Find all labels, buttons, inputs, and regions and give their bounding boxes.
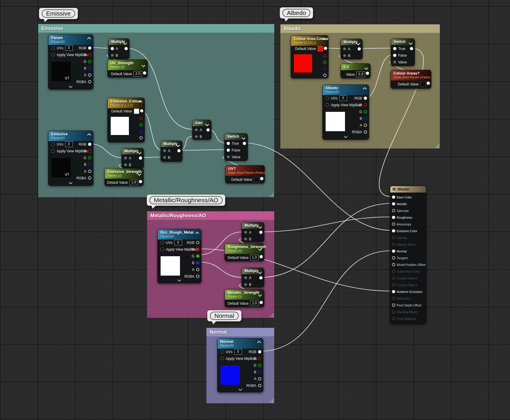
chevron-down-icon[interactable] [409,41,412,45]
value-field[interactable]: 2.0 [134,71,142,77]
a-output-pin[interactable] [364,124,367,127]
chevron-down-icon[interactable] [365,66,368,70]
node-header[interactable]: Colour Areas?Static Bool Param (False) [391,70,431,80]
material-input-pin[interactable] [392,195,395,199]
expand-node-icon[interactable] [178,278,181,282]
uvs-value-field[interactable]: 0 [174,240,182,245]
false-input-pin[interactable] [393,54,396,57]
chevron-down-icon[interactable] [124,41,127,45]
b-input-pin[interactable] [244,237,247,241]
node-uv[interactable]: UV?Static Bool Param (False)Default Valu… [225,165,265,183]
node-header[interactable]: NormalParam2D [218,338,263,349]
node-add[interactable]: AddAB [192,120,211,140]
r-output-pin[interactable] [88,53,91,56]
node-header[interactable]: 0.3 [341,64,370,70]
output-pin[interactable] [260,177,263,180]
material-input-pin[interactable] [392,297,395,300]
chevron-up-icon[interactable] [139,100,142,104]
r-output-pin[interactable] [196,248,199,251]
output-pin[interactable] [143,71,146,75]
value-output-pin[interactable] [324,47,327,50]
uvs-input-pin[interactable] [51,142,55,146]
output-pin[interactable] [139,180,142,183]
expand-node-icon[interactable] [344,134,347,139]
value-field[interactable]: 1.0 [129,180,138,185]
uvs-input-pin[interactable] [160,241,164,244]
channel-output-pin[interactable] [323,74,326,77]
b-output-pin[interactable] [258,370,261,374]
a-input-pin[interactable] [111,47,114,50]
chevron-down-icon[interactable] [177,143,179,147]
output-pin[interactable] [259,276,262,279]
node-multiply[interactable]: MultiplyAB [161,141,182,162]
chevron-up-icon[interactable] [258,341,260,345]
material-graph-canvas[interactable]: EmissiveAlbedoMetallic/Roughness/AONorma… [0,0,510,420]
material-input-pin[interactable] [392,202,395,205]
material-input-pin[interactable] [392,276,395,280]
comment-bubble-albedo[interactable]: Albedo [280,7,313,18]
material-input-pin[interactable] [392,290,395,293]
chevron-down-icon[interactable] [259,247,261,251]
chevron-up-icon[interactable] [88,133,90,137]
chevron-down-icon[interactable] [357,41,360,45]
node-normal[interactable]: NormalParam2DUVs0Apply View MipBiasRGBRG… [217,338,263,392]
channel-output-pin[interactable] [139,130,143,133]
a-input-pin[interactable] [163,149,166,152]
node-header[interactable]: Emissive_ColourParam (1,1,1,1) [108,98,144,108]
rgb-output-pin[interactable] [196,241,199,244]
r-output-pin[interactable] [88,149,91,153]
comment-bubble-metallic-roughness-ao[interactable]: Metallic/Roughness/AO [147,195,225,206]
material-input-pin[interactable] [392,303,395,307]
chevron-down-icon[interactable] [242,136,245,140]
b-output-pin[interactable] [88,163,91,166]
rgba-output-pin[interactable] [258,384,261,387]
chevron-down-icon[interactable] [138,172,141,176]
a-input-pin[interactable] [343,47,346,50]
node-header[interactable]: ParamParam2D [48,35,93,45]
node-header[interactable]: Add [193,120,211,126]
node-header[interactable]: UV?Static Bool Param (False) [225,166,265,176]
default-value-checkbox[interactable] [420,82,426,87]
node-metallic-strength[interactable]: Metallic_StrengthParam (1)Default Value1… [225,289,264,307]
b-input-pin[interactable] [124,163,127,166]
node-param[interactable]: ParamParam2DUVs0Apply View MipBiasVTRGBR… [48,34,93,90]
material-input-pin[interactable] [392,243,395,246]
a-input-pin[interactable] [195,128,198,131]
b-output-pin[interactable] [196,261,199,264]
material-input-pin[interactable] [392,310,395,313]
channel-output-pin[interactable] [323,67,326,70]
node-header[interactable]: EmissiveParam2D [48,131,93,141]
chevron-down-icon[interactable] [206,122,208,126]
value-field[interactable]: 0.3 [356,72,365,77]
chevron-down-icon[interactable] [259,293,261,297]
a-input-pin[interactable] [124,156,127,160]
node-header[interactable]: Switch [225,134,248,140]
output-pin[interactable] [260,255,263,258]
chevron-up-icon[interactable] [88,37,90,41]
output-pin[interactable] [366,72,369,75]
chevron-up-icon[interactable] [323,38,326,42]
node-emissive-strength[interactable]: Emissive_StrengthParam (1)Default Value1… [105,168,144,186]
value-output-pin[interactable] [140,109,143,112]
mipbias-input-pin[interactable] [325,103,329,107]
output-pin[interactable] [358,47,361,50]
g-output-pin[interactable] [258,364,261,367]
chevron-down-icon[interactable] [259,225,261,229]
rgba-output-pin[interactable] [364,130,367,134]
value-input-pin[interactable] [227,155,230,158]
node-occ-rough-metal[interactable]: Occ_Rough_MetalParam2DUVs0Apply View Mip… [157,229,201,283]
chevron-down-icon[interactable] [259,270,261,274]
material-input-pin[interactable] [392,229,395,232]
rgba-output-pin[interactable] [196,275,199,278]
rgb-output-pin[interactable] [88,143,91,146]
b-output-pin[interactable] [364,117,367,120]
output-pin[interactable] [177,149,181,152]
node-header[interactable]: Multiply [109,39,129,45]
color-swatch[interactable] [318,46,323,51]
node-colour-area-colour[interactable]: Colour Area ColourParam (1,0,0,1)Default… [291,35,329,78]
output-pin[interactable] [427,82,430,85]
node-colour-areas[interactable]: Colour Areas?Static Bool Param (False)De… [391,70,431,89]
mipbias-input-pin[interactable] [160,247,164,251]
material-input-pin[interactable] [392,209,395,212]
node-uv-strength[interactable]: UV_StrengthParam (2)Default Value2.0 [107,60,148,77]
